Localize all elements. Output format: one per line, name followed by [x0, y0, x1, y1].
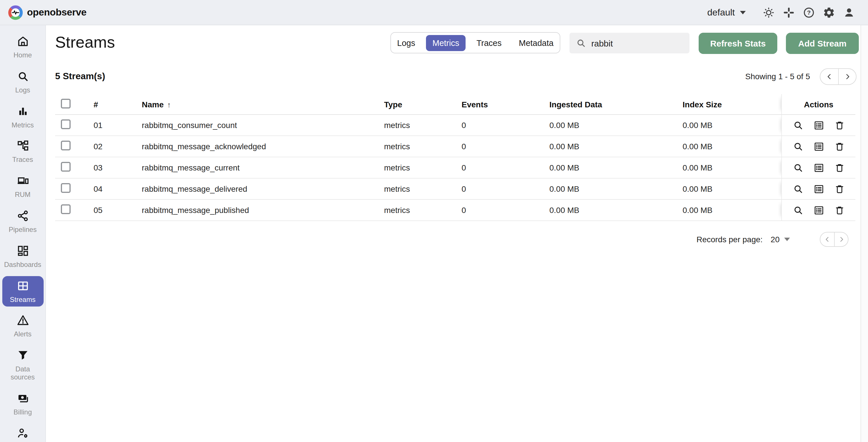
settings-icon[interactable] — [818, 1, 839, 24]
chevron-down-icon[interactable] — [784, 238, 790, 241]
stream-type: metrics — [384, 121, 462, 130]
sidebar-item-label: Home — [13, 52, 32, 60]
org-selector-value: default — [707, 7, 735, 18]
row-checkbox[interactable] — [61, 183, 71, 193]
stream-events: 0 — [462, 184, 549, 193]
sidebar-item-label: Dashboards — [4, 261, 41, 269]
column-header-index-size: Index Size — [683, 100, 781, 109]
delete-icon[interactable] — [834, 162, 845, 173]
home-icon — [17, 35, 29, 50]
schema-icon[interactable] — [813, 183, 824, 194]
explore-icon[interactable] — [793, 162, 803, 173]
sidebar-item-traces[interactable]: Traces — [0, 136, 45, 167]
select-all-checkbox[interactable] — [61, 98, 71, 108]
scrollbar[interactable] — [861, 25, 868, 442]
explore-icon[interactable] — [793, 204, 803, 216]
page-title: Streams — [55, 33, 115, 52]
schema-icon[interactable] — [813, 141, 824, 152]
chevron-right-icon — [844, 73, 851, 80]
profile-icon[interactable] — [839, 1, 859, 24]
sidebar-item-alerts[interactable]: Alerts — [0, 311, 45, 342]
table-footer: Records per page: 20 — [696, 232, 848, 247]
explore-icon[interactable] — [793, 183, 803, 194]
schema-icon[interactable] — [813, 162, 824, 173]
chevron-left-icon — [824, 236, 831, 243]
sidebar-item-streams[interactable]: Streams — [2, 276, 43, 307]
search-icon — [576, 38, 586, 48]
stream-ingested: 0.00 MB — [549, 206, 683, 215]
sidebar-item-home[interactable]: Home — [0, 32, 45, 63]
sidebar-item-data-sources[interactable]: Data sources — [5, 346, 40, 384]
sidebar: Home Logs Metrics Traces RUM Pipelines D… — [0, 25, 46, 442]
stream-index-size: 0.00 MB — [683, 184, 781, 193]
sidebar-item-label: Data sources — [6, 366, 39, 381]
search-input[interactable] — [591, 38, 683, 48]
row-num: 02 — [94, 142, 142, 151]
delete-icon[interactable] — [834, 183, 845, 194]
prev-page-button[interactable] — [820, 69, 838, 84]
theme-toggle-icon[interactable] — [758, 1, 778, 24]
tab-logs[interactable]: Logs — [391, 35, 422, 51]
sort-asc-icon: ↑ — [167, 100, 171, 109]
delete-icon[interactable] — [834, 141, 845, 152]
stream-type-tabs: Logs Metrics Traces Metadata — [391, 32, 560, 53]
row-checkbox[interactable] — [61, 119, 71, 129]
row-checkbox[interactable] — [61, 162, 71, 171]
sidebar-item-dashboards[interactable]: Dashboards — [0, 241, 45, 272]
next-page-button[interactable] — [838, 69, 856, 84]
stream-events: 0 — [462, 163, 549, 172]
sidebar-item-label: RUM — [15, 191, 31, 199]
table-row: 03 rabbitmq_message_current metrics 0 0.… — [55, 157, 856, 179]
refresh-stats-button[interactable]: Refresh Stats — [699, 33, 777, 54]
help-icon[interactable]: ? — [799, 1, 818, 24]
slack-icon[interactable] — [778, 1, 799, 24]
add-stream-button[interactable]: Add Stream — [786, 33, 859, 54]
next-page-button[interactable] — [834, 232, 848, 246]
stream-ingested: 0.00 MB — [549, 184, 683, 193]
tab-metrics[interactable]: Metrics — [426, 35, 465, 51]
table-row: 04 rabbitmq_message_delivered metrics 0 … — [55, 179, 856, 200]
sidebar-item-logs[interactable]: Logs — [0, 67, 45, 98]
sidebar-item-label: Traces — [12, 156, 33, 164]
stream-count: 5 Stream(s) — [55, 71, 105, 82]
grid-icon — [17, 279, 29, 294]
sidebar-item-billing[interactable]: Billing — [0, 389, 45, 420]
table-row: 01 rabbitmq_consumer_count metrics 0 0.0… — [55, 115, 856, 136]
prev-page-button[interactable] — [820, 232, 834, 246]
stream-name: rabbitmq_message_published — [142, 206, 384, 215]
tab-traces[interactable]: Traces — [470, 35, 508, 51]
stream-type: metrics — [384, 163, 462, 172]
stream-name: rabbitmq_message_acknowledged — [142, 142, 384, 151]
bottom-pagination — [820, 232, 848, 247]
column-header-ingested: Ingested Data — [549, 100, 683, 109]
row-checkbox[interactable] — [61, 204, 71, 214]
records-per-page-value[interactable]: 20 — [771, 235, 780, 244]
org-selector[interactable]: default — [707, 7, 746, 18]
delete-icon[interactable] — [834, 120, 845, 131]
sidebar-item-metrics[interactable]: Metrics — [0, 101, 45, 132]
table-row: 05 rabbitmq_message_published metrics 0 … — [55, 200, 856, 221]
explore-icon[interactable] — [793, 120, 803, 131]
top-pagination — [820, 68, 857, 85]
explore-icon[interactable] — [793, 141, 803, 152]
tab-metadata[interactable]: Metadata — [513, 35, 560, 51]
records-per-page-label: Records per page: — [696, 235, 763, 244]
row-num: 01 — [94, 121, 142, 130]
svg-text:?: ? — [807, 9, 811, 15]
dashboard-icon — [17, 245, 29, 259]
search-icon — [17, 70, 29, 85]
column-header-name[interactable]: Name↑ — [142, 100, 384, 109]
schema-icon[interactable] — [813, 120, 824, 131]
sidebar-item-label: Metrics — [11, 121, 34, 129]
sidebar-item-pipelines[interactable]: Pipelines — [0, 206, 45, 237]
schema-icon[interactable] — [813, 204, 824, 216]
row-checkbox[interactable] — [61, 140, 71, 150]
sidebar-item-iam[interactable]: IAM — [0, 423, 45, 442]
chevron-right-icon — [838, 236, 845, 243]
openobserve-logo-icon — [8, 5, 23, 20]
sidebar-item-rum[interactable]: RUM — [0, 171, 45, 202]
stream-name: rabbitmq_message_delivered — [142, 184, 384, 193]
column-header-actions: Actions — [781, 94, 856, 114]
topbar-controls: default ? — [707, 1, 859, 24]
delete-icon[interactable] — [834, 204, 845, 216]
